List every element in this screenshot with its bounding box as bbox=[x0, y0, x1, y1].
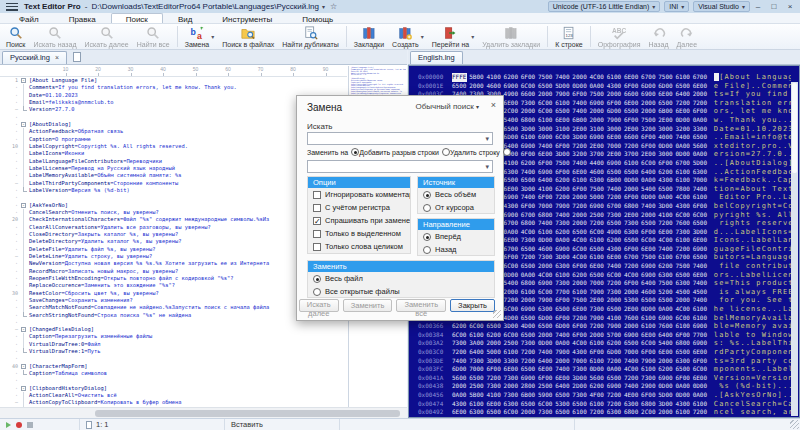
hex-byte-group[interactable]: 6E00 bbox=[675, 107, 692, 116]
hex-byte-group[interactable]: 7400 bbox=[693, 296, 710, 305]
hex-byte-group[interactable]: 6500 bbox=[693, 219, 710, 228]
filetype-select[interactable]: INI▾ bbox=[664, 1, 689, 12]
hex-byte-group[interactable]: 6C00 bbox=[641, 339, 658, 348]
hex-byte-group[interactable]: 6F00 bbox=[521, 202, 538, 211]
hex-byte-group[interactable]: 7900 bbox=[641, 357, 658, 366]
hex-byte-group[interactable]: 2E00 bbox=[607, 150, 624, 159]
hex-byte-group[interactable]: 6C00 bbox=[590, 228, 607, 237]
hex-byte-group[interactable]: 7200 bbox=[607, 279, 624, 288]
hex-byte-group[interactable]: 6500 bbox=[521, 331, 538, 340]
hex-byte-group[interactable]: 6500 bbox=[521, 400, 538, 409]
hex-byte-group[interactable]: 7400 bbox=[675, 133, 692, 142]
code-line[interactable]: 10LabelCopyright=Copyright %s. All right… bbox=[0, 143, 347, 150]
hex-byte-group[interactable]: 6F00 bbox=[693, 202, 710, 211]
radio-удалить-строку[interactable]: Удалить строку bbox=[450, 147, 511, 157]
hex-row[interactable]: 0x0001E65002000460069006C0065005D000D000… bbox=[409, 82, 791, 91]
hex-byte-group[interactable]: 2000 bbox=[469, 82, 486, 91]
hex-byte-group[interactable]: 6500 bbox=[538, 82, 555, 91]
hex-byte-group[interactable]: 6E00 bbox=[693, 271, 710, 280]
hex-byte-group[interactable]: 2000 bbox=[658, 357, 675, 366]
hex-row[interactable]: 0x003846C00610062006C006500200074006F002… bbox=[409, 331, 791, 340]
radio-circle[interactable] bbox=[313, 288, 321, 296]
hex-byte-group[interactable]: 6F00 bbox=[641, 348, 658, 357]
hex-byte-group[interactable]: 3000 bbox=[658, 125, 675, 134]
code-line[interactable]: ·SearchMatchNotFound=Совпадение не найде… bbox=[0, 304, 347, 311]
hex-byte-group[interactable]: 6900 bbox=[590, 133, 607, 142]
hex-byte-group[interactable]: 4300 bbox=[658, 176, 675, 185]
hex-byte-group[interactable]: 3000 bbox=[538, 125, 555, 134]
hex-byte-group[interactable]: 6800 bbox=[624, 408, 641, 417]
hex-byte-group[interactable]: 6E00 bbox=[538, 365, 555, 374]
hex-byte-group[interactable]: 3200 bbox=[641, 125, 658, 134]
hex-byte-group[interactable]: 2900 bbox=[641, 382, 658, 391]
hex-byte-group[interactable]: 6E00 bbox=[504, 185, 521, 194]
hex-byte-group[interactable]: 7400 bbox=[555, 365, 572, 374]
hex-byte-group[interactable]: 6E00 bbox=[572, 305, 589, 314]
hex-byte-group[interactable]: 6100 bbox=[658, 253, 675, 262]
hex-byte-group[interactable]: 6C00 bbox=[693, 211, 710, 220]
hex-byte-group[interactable]: 6E00 bbox=[641, 245, 658, 254]
hex-byte-group[interactable]: 6100 bbox=[641, 365, 658, 374]
hex-byte-group[interactable]: 2E00 bbox=[641, 150, 658, 159]
hex-byte-group[interactable]: 4900 bbox=[504, 90, 521, 99]
hex-byte-group[interactable]: 6100 bbox=[641, 322, 658, 331]
radio-circle[interactable] bbox=[313, 275, 321, 283]
hex-byte-group[interactable]: 2000 bbox=[607, 90, 624, 99]
close-button[interactable]: × bbox=[782, 0, 798, 13]
code-line[interactable]: ·Caption=Таблица символов bbox=[0, 370, 347, 377]
toolbar-button-создать[interactable]: Создать▾ bbox=[388, 25, 428, 48]
hex-byte-group[interactable]: 6C00 bbox=[538, 107, 555, 116]
toolbar-button-к-строке[interactable]: 123К строке bbox=[551, 25, 587, 48]
hex-byte-group[interactable]: 6500 bbox=[590, 245, 607, 254]
hex-byte-group[interactable]: 2D00 bbox=[572, 382, 589, 391]
hex-byte-group[interactable]: 7000 bbox=[590, 279, 607, 288]
hex-byte-group[interactable]: 7400 bbox=[641, 202, 658, 211]
hex-byte-group[interactable]: 6900 bbox=[521, 374, 538, 383]
hex-byte-group[interactable]: 6200 bbox=[658, 365, 675, 374]
hex-byte-group[interactable]: 5B00 bbox=[469, 391, 486, 400]
hex-byte-group[interactable]: 7400 bbox=[624, 357, 641, 366]
hex-byte-group[interactable]: 0D00 bbox=[675, 150, 692, 159]
hex-byte-group[interactable]: 3100 bbox=[555, 125, 572, 134]
hex-byte-group[interactable]: 7400 bbox=[572, 107, 589, 116]
hex-byte-group[interactable]: 6F00 bbox=[693, 357, 710, 366]
hex-byte-group[interactable]: 6500 bbox=[658, 296, 675, 305]
hex-byte-group[interactable]: 7700 bbox=[693, 331, 710, 340]
hex-byte-group[interactable]: 0D00 bbox=[658, 142, 675, 151]
hex-byte-group[interactable]: 3D00 bbox=[658, 202, 675, 211]
new-document-icon[interactable] bbox=[73, 52, 81, 62]
hex-byte-group[interactable]: 6200 bbox=[658, 262, 675, 271]
hex-byte-group[interactable]: 3700 bbox=[590, 150, 607, 159]
hex-byte-group[interactable]: 2000 bbox=[521, 296, 538, 305]
hex-byte-group[interactable]: 4C00 bbox=[624, 365, 641, 374]
hex-byte-group[interactable]: 7000 bbox=[538, 202, 555, 211]
hex-byte-group[interactable]: 6100 bbox=[675, 408, 692, 417]
hex-byte-group[interactable]: 5900 bbox=[538, 391, 555, 400]
hex-byte-group[interactable]: 0A00 bbox=[607, 365, 624, 374]
hex-byte-group[interactable]: 6C00 bbox=[504, 331, 521, 340]
hex-byte-group[interactable]: 6D00 bbox=[641, 82, 658, 91]
radio-все-открытые-файлы[interactable]: Все открытые файлы bbox=[308, 285, 494, 298]
hex-byte-group[interactable]: 4300 bbox=[452, 400, 469, 409]
hex-byte-group[interactable]: 6900 bbox=[538, 279, 555, 288]
hex-byte-group[interactable]: 6500 bbox=[504, 176, 521, 185]
hex-byte-group[interactable]: 6C00 bbox=[504, 305, 521, 314]
hex-byte-group[interactable]: 6C00 bbox=[504, 408, 521, 417]
hex-byte-group[interactable]: 0D00 bbox=[572, 82, 589, 91]
hex-byte-group[interactable]: 6900 bbox=[538, 168, 555, 177]
hex-byte-group[interactable]: 4C00 bbox=[624, 271, 641, 280]
hex-byte-group[interactable]: 6F00 bbox=[590, 348, 607, 357]
hex-byte-group[interactable]: 6F00 bbox=[624, 245, 641, 254]
hex-byte-group[interactable]: 6E00 bbox=[693, 348, 710, 357]
hex-byte-group[interactable]: 6900 bbox=[641, 262, 658, 271]
code-line[interactable]: 20CheckInternationalCharacters=Файл "%s"… bbox=[0, 216, 347, 223]
hex-byte-group[interactable]: 6800 bbox=[521, 219, 538, 228]
theme-select[interactable]: Visual Studio▾ bbox=[693, 1, 750, 12]
hex-byte-group[interactable]: 6500 bbox=[555, 408, 572, 417]
hex-byte-group[interactable]: 6900 bbox=[658, 314, 675, 323]
hex-byte-group[interactable]: 6700 bbox=[693, 73, 710, 82]
hex-byte-group[interactable]: 4000 bbox=[658, 133, 675, 142]
code-line[interactable]: ·Caption=Перезагрузить изменённые файлы bbox=[0, 333, 347, 340]
hex-byte-group[interactable]: 6500 bbox=[607, 168, 624, 177]
menu-tab-помощь[interactable]: Помощь bbox=[287, 13, 348, 23]
